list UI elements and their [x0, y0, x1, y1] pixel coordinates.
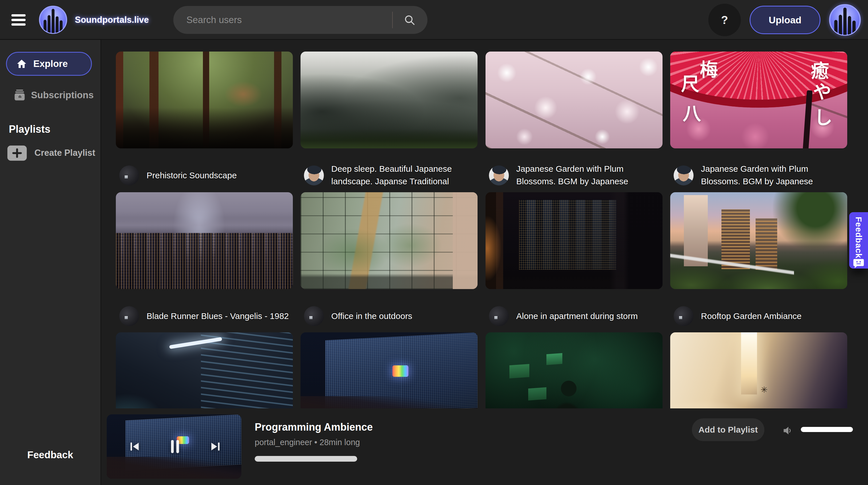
subscriptions-icon	[13, 89, 26, 102]
sound-card[interactable]: Rooftop Garden Ambiance	[670, 192, 847, 333]
search-divider	[392, 12, 393, 28]
sound-title[interactable]: Prehistoric Soundscape	[147, 169, 237, 182]
sound-title[interactable]: Deep sleep. Beautiful Japanese landscape…	[331, 163, 476, 188]
search-icon[interactable]	[403, 14, 416, 26]
sound-title[interactable]: Blade Runner Blues - Vangelis - 1982	[147, 310, 289, 322]
feedback-smiley-icon	[853, 258, 864, 268]
sound-card[interactable]: Office in the outdoors	[301, 192, 477, 333]
uploader-avatar[interactable]	[119, 306, 139, 326]
sound-card[interactable]: 梅 尺 八 癒 や し Japanese Garden with Plum Bl…	[670, 52, 847, 192]
volume-slider[interactable]	[801, 427, 853, 432]
uploader-avatar[interactable]	[489, 166, 509, 186]
add-to-playlist-button[interactable]: Add to Playlist	[692, 418, 765, 441]
pause-button[interactable]	[166, 437, 184, 456]
sound-thumbnail[interactable]	[116, 52, 293, 148]
uploader-avatar[interactable]	[304, 306, 324, 326]
sidebar-item-subscriptions[interactable]: Subscriptions	[13, 89, 94, 102]
help-button[interactable]: ?	[708, 4, 741, 36]
now-playing-thumbnail[interactable]	[107, 415, 241, 479]
sound-card[interactable]: Prehistoric Soundscape	[116, 52, 293, 192]
uploader-avatar[interactable]	[674, 166, 693, 186]
sound-title[interactable]: Japanese Garden with Plum Blossoms. BGM …	[701, 163, 845, 188]
volume-icon[interactable]	[782, 425, 794, 436]
previous-track-button[interactable]	[128, 440, 142, 453]
next-track-button[interactable]	[209, 440, 222, 453]
search-bar[interactable]	[173, 6, 428, 34]
volume-fill	[801, 427, 853, 432]
sidebar-feedback-link[interactable]: Feedback	[0, 449, 100, 460]
search-input[interactable]	[173, 6, 428, 34]
sound-thumbnail[interactable]	[486, 192, 662, 289]
menu-icon[interactable]	[11, 14, 26, 26]
thumbnail-kanji: 尺	[681, 69, 699, 95]
sound-thumbnail[interactable]	[486, 52, 662, 148]
create-playlist-label: Create Playlist	[34, 148, 95, 158]
now-playing-title: Programming Ambience	[255, 421, 373, 433]
uploader-avatar[interactable]	[489, 306, 509, 326]
user-avatar[interactable]	[829, 4, 861, 36]
home-icon	[16, 58, 27, 69]
brand-title: Soundportals.live	[75, 0, 149, 40]
uploader-avatar[interactable]	[674, 306, 693, 326]
feedback-tab[interactable]: Feedback	[849, 212, 868, 268]
now-playing-byline: portal_engineer • 28min long	[255, 438, 360, 447]
sound-title[interactable]: Alone in apartment during storm	[516, 310, 638, 322]
sound-thumbnail[interactable]	[670, 192, 847, 289]
top-bar: Soundportals.live ? Upload	[0, 0, 868, 40]
sound-card[interactable]: Japanese Garden with Plum Blossoms. BGM …	[486, 52, 662, 192]
create-playlist-button[interactable]: Create Playlist	[6, 145, 95, 161]
sound-thumbnail[interactable]	[116, 192, 293, 289]
sidebar-item-explore[interactable]: Explore	[6, 52, 92, 76]
sound-title[interactable]: Rooftop Garden Ambiance	[701, 310, 802, 322]
thumbnail-kanji: 梅	[700, 55, 718, 81]
sound-thumbnail[interactable]: 梅 尺 八 癒 や し	[670, 52, 847, 148]
sound-card[interactable]: Blade Runner Blues - Vangelis - 1982	[116, 192, 293, 333]
sound-card[interactable]: Deep sleep. Beautiful Japanese landscape…	[301, 52, 477, 192]
sound-thumbnail[interactable]	[301, 52, 477, 148]
uploader-avatar[interactable]	[304, 166, 324, 186]
cursor-glyph: ✳	[761, 385, 768, 395]
progress-bar[interactable]	[255, 456, 357, 462]
thumbnail-kanji: 八	[683, 99, 701, 125]
uploader-avatar[interactable]	[119, 166, 139, 186]
app-logo-icon[interactable]	[39, 5, 67, 34]
plus-icon	[6, 145, 28, 161]
subscriptions-label: Subscriptions	[31, 90, 94, 101]
sound-title[interactable]: Japanese Garden with Plum Blossoms. BGM …	[516, 163, 661, 188]
neon-sign-graphic	[393, 365, 408, 377]
thumbnail-kanji: や	[813, 77, 831, 104]
sound-thumbnail[interactable]	[301, 192, 477, 289]
sound-title[interactable]: Office in the outdoors	[331, 310, 412, 322]
sound-card[interactable]: Alone in apartment during storm	[486, 192, 662, 333]
sidebar: Explore Subscriptions Playlists Create P…	[0, 40, 101, 485]
playlists-heading: Playlists	[9, 123, 50, 135]
explore-label: Explore	[33, 58, 68, 69]
thumbnail-kanji: し	[814, 103, 832, 129]
player-bar: Programming Ambience portal_engineer • 2…	[102, 408, 868, 485]
upload-button[interactable]: Upload	[750, 6, 820, 34]
feedback-tab-label: Feedback	[854, 217, 863, 258]
